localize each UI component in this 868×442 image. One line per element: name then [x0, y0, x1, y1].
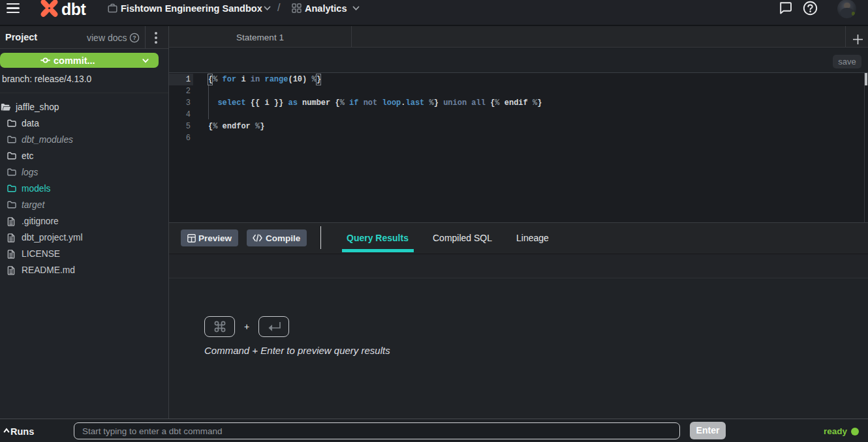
svg-text:?: ? [132, 35, 136, 41]
